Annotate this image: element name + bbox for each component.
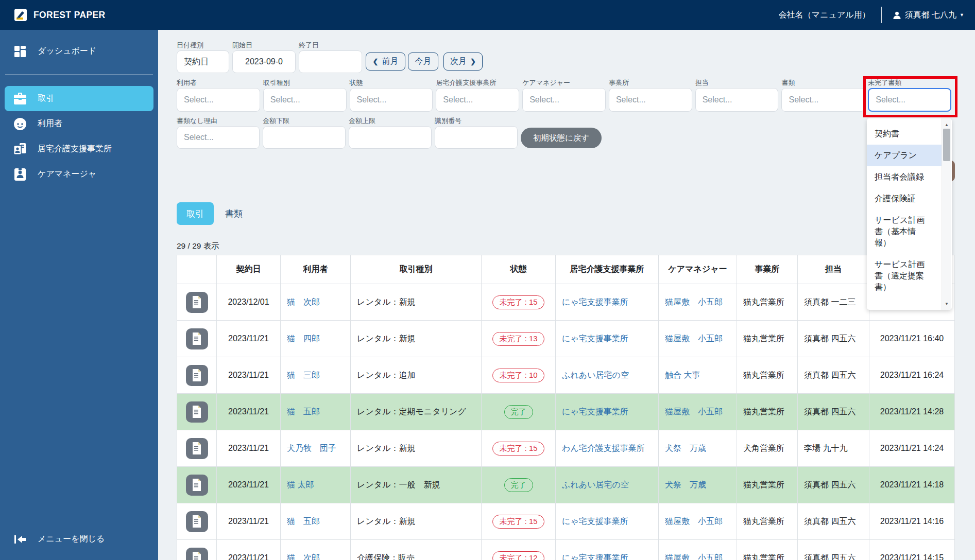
cell-care-manager-link[interactable]: 猫屋敷 小五郎 (659, 321, 737, 357)
sidebar-item-4[interactable]: ケアマネージャ (0, 162, 158, 187)
this-month-button[interactable]: 今月 (408, 52, 438, 71)
filter-select-8[interactable]: Select... (868, 88, 951, 112)
document-icon-button[interactable] (186, 548, 208, 560)
cell-contract-date: 2023/11/21 (217, 394, 281, 430)
cell-care-manager-link[interactable]: 犬祭 万歳 (659, 467, 737, 503)
filter-select-5[interactable]: Select... (609, 88, 692, 112)
date-type-label: 日付種別 (177, 42, 229, 48)
person-icon (893, 11, 901, 20)
cell-transaction-type: レンタル：新規 (351, 430, 482, 467)
cell-user-link[interactable]: 犬乃牧 団子 (281, 430, 351, 467)
user-menu[interactable]: 須真都 七八九 ▼ (893, 10, 964, 21)
transactions-table: 契約日利用者取引種別状態居宅介護支援事業所ケアマネジャー事業所担当 2023/1… (177, 255, 955, 560)
document-icon-button[interactable] (186, 328, 208, 349)
cell-status: 未完了 : 15 (482, 284, 556, 321)
dropdown-scrollbar[interactable]: ▲ ▼ (942, 118, 951, 310)
filter-input-extra-2[interactable] (349, 126, 432, 149)
tab-0[interactable]: 取引 (177, 202, 214, 225)
cell-staff: 李場 九十九 (798, 430, 869, 467)
cell-care-manager-link[interactable]: 猫屋敷 小五郎 (659, 284, 737, 321)
cell-contract-date: 2023/12/01 (217, 284, 281, 321)
cell-status: 完了 (482, 394, 556, 430)
filter-label: ケアマネジャー (522, 79, 606, 86)
cell-care-manager-link[interactable]: 猫屋敷 小五郎 (659, 394, 737, 430)
document-icon-button[interactable] (186, 365, 208, 386)
end-date-input[interactable] (299, 50, 362, 73)
table-row: 2023/11/21猫 四郎レンタル：新規未完了 : 13にゃ宅支援事業所猫屋敷… (177, 321, 955, 357)
cell-contract-date: 2023/11/21 (217, 540, 281, 560)
top-bar: FOREST PAPER 会社名（マニュアル用） 須真都 七八九 ▼ (0, 0, 975, 30)
prev-month-button[interactable]: ❮前月 (366, 52, 405, 71)
filter-select-0[interactable]: Select... (177, 88, 260, 112)
cell-user-link[interactable]: 猫 五郎 (281, 394, 351, 430)
main-content: 日付種別 契約日 開始日 2023-09-0 終了日 ❮前月 今月 次月❯ 利用… (158, 30, 975, 560)
cell-office-link[interactable]: ふれあい居宅の空 (556, 467, 659, 503)
column-header: 取引種別 (351, 255, 482, 284)
cell-care-manager-link[interactable]: 犬祭 万歳 (659, 430, 737, 467)
document-icon-button[interactable] (186, 475, 208, 496)
dropdown-option-0[interactable]: 契約書 (867, 123, 942, 145)
sidebar: ダッシュボード取引利用者居宅介護支援事業所ケアマネージャ メニューを閉じる (0, 30, 158, 560)
cell-office-link[interactable]: にゃ宅支援事業所 (556, 284, 659, 321)
filter-select-3[interactable]: Select... (436, 88, 519, 112)
document-icon-button[interactable] (186, 292, 208, 313)
cell-updated: 2023/11/21 14:18 (869, 467, 955, 503)
filter-input-extra-3[interactable] (435, 126, 518, 149)
dropdown-option-3[interactable]: 介護保険証 (867, 188, 942, 209)
next-month-button[interactable]: 次月❯ (443, 52, 483, 71)
filter-select-1[interactable]: Select... (263, 88, 347, 112)
scroll-up-icon[interactable]: ▲ (942, 120, 951, 129)
reset-filters-button[interactable]: 初期状態に戻す (521, 128, 602, 148)
cell-contract-date: 2023/11/21 (217, 357, 281, 394)
document-icon-button[interactable] (186, 438, 208, 459)
sidebar-item-1[interactable]: 取引 (5, 86, 153, 111)
date-type-select[interactable]: 契約日 (177, 50, 229, 73)
filter-row-dates: 日付種別 契約日 開始日 2023-09-0 終了日 ❮前月 今月 次月❯ (177, 42, 975, 73)
cell-user-link[interactable]: 猫 次郎 (281, 284, 351, 321)
sidebar-item-2[interactable]: 利用者 (0, 111, 158, 136)
filter-select-6[interactable]: Select... (695, 88, 779, 112)
cell-staff: 須真都 四五六 (798, 467, 869, 503)
dropdown-option-1[interactable]: ケアプラン (867, 145, 942, 166)
cell-user-link[interactable]: 猫 次郎 (281, 540, 351, 560)
filter-select-extra-0[interactable]: Select... (177, 126, 260, 149)
table-row: 2023/11/21猫 五郎レンタル：定期モニタリング完了にゃ宅支援事業所猫屋敷… (177, 394, 955, 430)
cell-contract-date: 2023/11/21 (217, 467, 281, 503)
table-row: 2023/12/01猫 次郎レンタル：新規未完了 : 15にゃ宅支援事業所猫屋敷… (177, 284, 955, 321)
tab-1[interactable]: 書類 (214, 202, 254, 225)
cell-office-link[interactable]: ふれあい居宅の空 (556, 357, 659, 394)
filter-select-2[interactable]: Select... (350, 88, 433, 112)
cell-user-link[interactable]: 猫 四郎 (281, 321, 351, 357)
cell-office-link[interactable]: にゃ宅支援事業所 (556, 540, 659, 560)
cell-office-link[interactable]: にゃ宅支援事業所 (556, 503, 659, 540)
cell-user-link[interactable]: 猫 五郎 (281, 503, 351, 540)
document-icon-button[interactable] (186, 511, 208, 532)
sidebar-item-3[interactable]: 居宅介護支援事業所 (0, 136, 158, 162)
dropdown-option-2[interactable]: 担当者会議録 (867, 166, 942, 188)
cell-care-manager-link[interactable]: 猫屋敷 小五郎 (659, 503, 737, 540)
cell-status: 未完了 : 15 (482, 430, 556, 467)
cell-care-manager-link[interactable]: 触合 大事 (659, 357, 737, 394)
scroll-down-icon[interactable]: ▼ (942, 300, 951, 308)
filter-input-extra-1[interactable] (263, 126, 346, 149)
start-date-input[interactable]: 2023-09-0 (232, 50, 296, 73)
cell-updated: 2023/11/21 14:16 (869, 503, 955, 540)
sidebar-item-0[interactable]: ダッシュボード (0, 39, 158, 64)
cell-user-link[interactable]: 猫 太郎 (281, 467, 351, 503)
filter-select-7[interactable]: Select... (781, 88, 865, 112)
cell-office-link[interactable]: わん宅介護支援事業所 (556, 430, 659, 467)
document-icon-button[interactable] (186, 401, 208, 423)
column-header: ケアマネジャー (659, 255, 737, 284)
scrollbar-thumb[interactable] (943, 129, 950, 161)
cell-care-manager-link[interactable]: 猫屋敷 小五郎 (659, 540, 737, 560)
dropdown-option-4[interactable]: サービス計画書（基本情報） (867, 209, 942, 254)
cell-office-link[interactable]: にゃ宅支援事業所 (556, 321, 659, 357)
sidebar-close-menu[interactable]: メニューを閉じる (0, 527, 158, 552)
dropdown-option-5[interactable]: サービス計画書（選定提案書） (867, 254, 942, 298)
cell-office-link[interactable]: にゃ宅支援事業所 (556, 394, 659, 430)
cell-status: 未完了 : 13 (482, 321, 556, 357)
cell-user-link[interactable]: 猫 三郎 (281, 357, 351, 394)
company-name: 会社名（マニュアル用） (779, 10, 870, 21)
incomplete-docs-dropdown: 契約書ケアプラン担当者会議録介護保険証サービス計画書（基本情報）サービス計画書（… (867, 118, 952, 310)
filter-select-4[interactable]: Select... (522, 88, 606, 112)
